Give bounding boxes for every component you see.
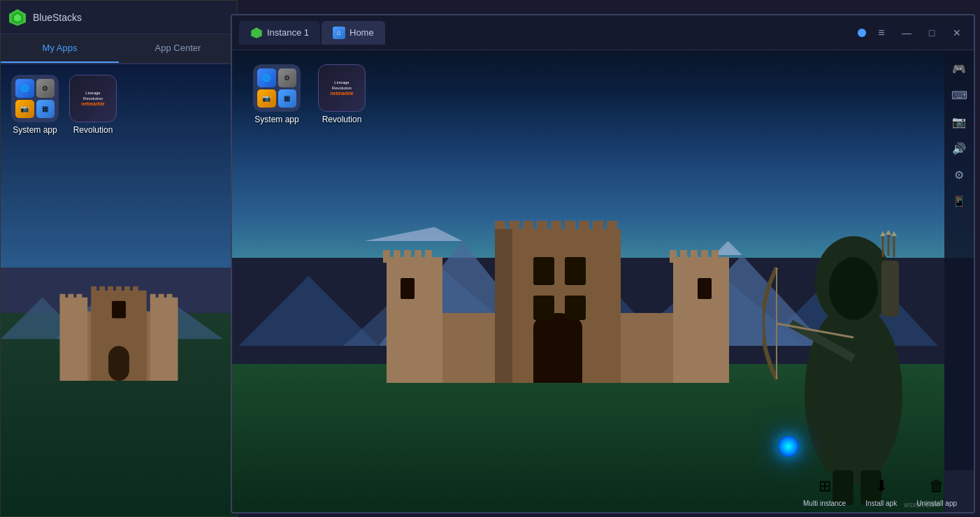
svg-rect-15 <box>159 294 164 301</box>
main-titlebar: Instance 1 ⌂ Home ≡ — □ ✕ <box>232 15 974 50</box>
svg-rect-64 <box>401 278 415 299</box>
svg-rect-40 <box>415 250 421 263</box>
system-app-outer[interactable]: 🌐 ⚙ 📷 ▦ System app <box>11 75 59 135</box>
svg-rect-23 <box>108 346 129 381</box>
titlebar-controls: ≡ — □ ✕ <box>858 23 967 43</box>
svg-rect-36 <box>387 257 442 383</box>
castle-svg <box>366 187 750 383</box>
revolution-label-main: Revolution <box>322 115 362 124</box>
svg-rect-46 <box>701 250 708 263</box>
svg-rect-38 <box>394 250 401 263</box>
sidebar-icon-1[interactable]: ⌨ <box>948 84 970 106</box>
close-button[interactable]: ✕ <box>947 23 967 43</box>
svg-rect-42 <box>673 257 729 383</box>
svg-rect-21 <box>124 286 130 293</box>
magic-orb <box>778 436 799 457</box>
svg-rect-11 <box>60 294 66 301</box>
svg-rect-19 <box>108 286 113 293</box>
bluestacks-logo <box>8 8 27 27</box>
status-dot <box>858 29 866 37</box>
svg-rect-22 <box>133 286 138 293</box>
outer-bluestacks-window: BlueStacks My Apps App Center <box>0 0 238 517</box>
multi-instance-label: Multi instance <box>803 500 846 507</box>
svg-rect-12 <box>68 294 73 301</box>
multi-instance-button[interactable]: ⊞ Multi instance <box>793 471 856 511</box>
svg-rect-41 <box>425 250 432 263</box>
svg-rect-53 <box>551 221 561 233</box>
multi-instance-icon: ⊞ <box>814 475 836 497</box>
install-apk-button[interactable]: ⬇ Install apk <box>856 471 907 511</box>
svg-rect-16 <box>167 294 173 301</box>
watermark: wsxdn.com <box>904 501 939 509</box>
system-app-icon-outer[interactable]: 🌐 ⚙ 📷 ▦ <box>11 75 59 122</box>
svg-rect-39 <box>404 250 411 263</box>
svg-point-67 <box>805 303 902 484</box>
outer-nav: My Apps App Center <box>1 34 237 64</box>
svg-point-69 <box>829 257 878 320</box>
install-apk-label: Install apk <box>865 500 897 507</box>
svg-rect-47 <box>712 250 719 263</box>
svg-marker-25 <box>251 27 261 38</box>
svg-rect-54 <box>565 221 575 233</box>
home-tab[interactable]: ⌂ Home <box>322 21 385 45</box>
svg-rect-8 <box>60 298 88 381</box>
svg-rect-51 <box>523 221 533 233</box>
main-content: 🌐 ⚙ 📷 ▦ System app LineageRevolution net… <box>232 50 974 512</box>
gear-mini-icon: ⚙ <box>278 68 297 87</box>
svg-rect-63 <box>565 296 586 320</box>
svg-rect-65 <box>698 278 712 299</box>
outer-window-title: BlueStacks <box>33 12 82 23</box>
camera-mini-icon: 📷 <box>257 89 276 108</box>
globe-icon: 🌐 <box>15 79 34 98</box>
revolution-icon-outer[interactable]: LineageRevolution netmarble <box>69 75 117 122</box>
tab-app-center[interactable]: App Center <box>119 34 237 63</box>
svg-rect-43 <box>670 250 677 263</box>
svg-marker-79 <box>891 231 897 236</box>
svg-rect-60 <box>533 257 554 285</box>
svg-rect-66 <box>495 229 512 383</box>
sidebar-icon-3[interactable]: 🔊 <box>948 137 970 159</box>
system-app-label-outer: System app <box>13 125 57 135</box>
install-apk-icon: ⬇ <box>870 475 893 497</box>
svg-rect-14 <box>150 294 156 301</box>
system-app-main[interactable]: 🌐 ⚙ 📷 ▦ System app <box>253 64 301 124</box>
grid-mini-icon: ▦ <box>278 89 297 108</box>
sidebar-icon-4[interactable]: ⚙ <box>948 163 970 186</box>
camera-icon: 📷 <box>15 100 34 119</box>
instance-tab[interactable]: Instance 1 <box>239 21 320 45</box>
svg-rect-52 <box>537 221 547 233</box>
svg-rect-37 <box>383 250 390 263</box>
tab-my-apps[interactable]: My Apps <box>1 34 119 63</box>
svg-rect-13 <box>76 294 82 301</box>
svg-rect-44 <box>680 250 687 263</box>
svg-marker-78 <box>886 230 891 235</box>
svg-marker-77 <box>880 231 886 236</box>
instance-tab-label: Instance 1 <box>267 27 309 38</box>
outer-content-area: 🌐 ⚙ 📷 ▦ System app LineageRevolution net… <box>1 64 237 516</box>
system-app-icon-main[interactable]: 🌐 ⚙ 📷 ▦ <box>253 64 301 112</box>
maximize-button[interactable]: □ <box>922 23 942 43</box>
revolution-app-outer[interactable]: LineageRevolution netmarble Revolution <box>69 75 117 135</box>
svg-rect-18 <box>99 286 105 293</box>
svg-rect-61 <box>565 257 586 285</box>
svg-rect-9 <box>150 298 178 381</box>
grid-icon: ▦ <box>36 100 55 119</box>
svg-rect-17 <box>91 286 96 293</box>
uninstall-app-icon: 🗑 <box>925 475 948 497</box>
svg-rect-24 <box>112 301 126 319</box>
menu-icon[interactable]: ≡ <box>872 23 891 43</box>
sidebar-icon-0[interactable]: 🎮 <box>948 57 970 80</box>
svg-rect-20 <box>116 286 122 293</box>
revolution-app-main[interactable]: LineageRevolution netmarble Revolution <box>318 64 366 124</box>
svg-rect-56 <box>593 221 603 233</box>
sidebar-icon-2[interactable]: 📷 <box>948 110 970 133</box>
sidebar-icon-5[interactable]: 📱 <box>948 190 970 212</box>
main-instance-window: Instance 1 ⌂ Home ≡ — □ ✕ <box>231 14 975 514</box>
right-sidebar: 🎮 ⌨ 📷 🔊 ⚙ 📱 <box>944 50 974 470</box>
system-app-label-main: System app <box>254 115 298 124</box>
minimize-button[interactable]: — <box>897 23 916 43</box>
revolution-icon-main[interactable]: LineageRevolution netmarble <box>318 64 366 112</box>
outer-apps-grid: 🌐 ⚙ 📷 ▦ System app LineageRevolution net… <box>11 75 117 135</box>
svg-rect-57 <box>607 221 617 233</box>
home-tab-icon: ⌂ <box>333 27 345 39</box>
